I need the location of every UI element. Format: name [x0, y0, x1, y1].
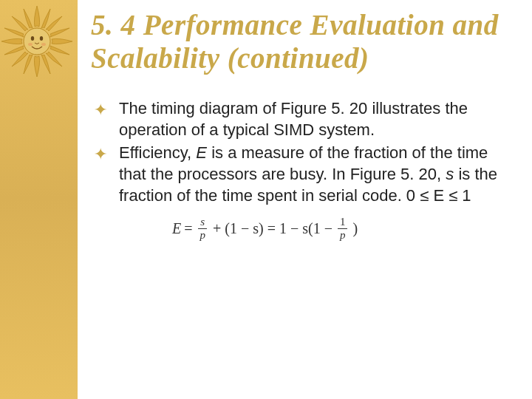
- bullet-text-pre: Efficiency,: [119, 143, 196, 162]
- sidebar-decoration: [0, 0, 78, 399]
- slide-content: 5. 4 Performance Evaluation and Scalabil…: [78, 0, 532, 399]
- slide-title: 5. 4 Performance Evaluation and Scalabil…: [91, 9, 510, 75]
- efficiency-formula: E = s p + (1 − s) = 1 − s(1 − 1 p ): [172, 216, 510, 241]
- bullet-item: Efficiency, E is a measure of the fracti…: [94, 142, 510, 206]
- variable-e: E: [196, 143, 207, 162]
- formula-mid: + (1 − s) = 1 − s(1 −: [213, 220, 332, 237]
- formula-eq: =: [184, 220, 192, 237]
- svg-point-4: [41, 43, 46, 46]
- formula-lhs: E: [172, 220, 181, 237]
- svg-point-2: [40, 36, 43, 41]
- svg-point-3: [28, 43, 33, 46]
- bullet-text: The timing diagram of Figure 5. 20 illus…: [119, 99, 468, 139]
- variable-s: s: [446, 165, 454, 183]
- formula-close: ): [352, 220, 358, 237]
- svg-point-1: [31, 36, 34, 41]
- sun-icon: [0, 4, 74, 78]
- fraction-1-over-p: 1 p: [338, 216, 348, 241]
- fraction-s-over-p: s p: [198, 216, 208, 241]
- svg-point-0: [24, 28, 50, 55]
- bullet-item: The timing diagram of Figure 5. 20 illus…: [94, 98, 510, 140]
- bullet-list: The timing diagram of Figure 5. 20 illus…: [91, 98, 510, 206]
